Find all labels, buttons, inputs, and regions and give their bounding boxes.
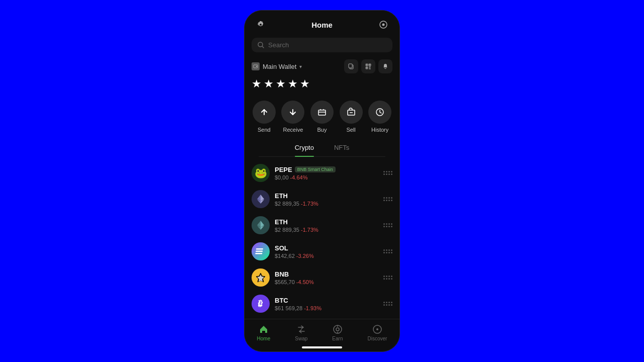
crypto-price: $565,70 (275, 279, 296, 285)
svg-point-40 (336, 328, 339, 331)
balance-masked: ★★★★★ (252, 77, 312, 90)
search-placeholder: Search (268, 41, 289, 49)
phone-frame: Home Search Main Wallet ▾ (244, 10, 400, 352)
more-dots[interactable] (383, 197, 392, 201)
crypto-price: $0,00 (275, 174, 290, 180)
buy-action[interactable]: Buy (310, 101, 334, 133)
crypto-symbol: SOL (275, 244, 288, 252)
search-icon (258, 42, 264, 48)
price-change: -4.64% (290, 174, 308, 180)
bell-button[interactable] (378, 59, 392, 73)
eth-avatar (252, 190, 270, 208)
price-change: -1.73% (301, 201, 318, 207)
list-item[interactable]: 🐸 PEPE BNB Smart Chain $0,00 -4.64% (245, 160, 399, 186)
sell-action[interactable]: Sell (340, 101, 363, 133)
receive-label: Receive (283, 127, 303, 133)
qr-button[interactable] (361, 59, 375, 73)
svg-point-44 (376, 328, 378, 330)
more-dots[interactable] (383, 302, 392, 306)
nav-home-label: Home (257, 336, 271, 341)
nav-earn-label: Earn (332, 336, 343, 341)
tab-nfts[interactable]: NFTs (334, 140, 349, 156)
price-change: -4.50% (296, 279, 314, 285)
crypto-info: ETH $2 889,35 -1.73% (275, 192, 378, 207)
wallet-left: Main Wallet ▾ (252, 62, 302, 70)
svg-rect-19 (318, 110, 326, 115)
svg-rect-35 (256, 251, 263, 252)
svg-rect-36 (255, 253, 262, 254)
svg-rect-12 (370, 65, 370, 65)
svg-rect-11 (367, 65, 367, 65)
price-change: -3.26% (296, 253, 314, 259)
history-icon-circle (368, 101, 391, 124)
wallet-name[interactable]: Main Wallet (263, 63, 296, 70)
svg-rect-34 (256, 248, 263, 250)
home-indicator (302, 346, 342, 348)
wallet-section: Main Wallet ▾ (245, 57, 399, 76)
crypto-info: SOL $142,62 -3.26% (275, 244, 378, 259)
tab-crypto[interactable]: Crypto (295, 140, 314, 156)
buy-label: Buy (317, 127, 327, 133)
tabs-row: Crypto NFTs (259, 140, 385, 157)
history-label: History (371, 127, 388, 133)
list-item[interactable]: BNB $565,70 -4.50% (245, 264, 399, 291)
svg-rect-5 (256, 66, 257, 67)
crypto-symbol: BTC (275, 297, 288, 304)
swap-icon (296, 324, 306, 334)
send-action[interactable]: Send (253, 101, 276, 133)
crypto-price: $2 889,35 (275, 201, 301, 207)
bnb-avatar (252, 268, 270, 287)
nav-swap-label: Swap (295, 336, 307, 341)
wallet-action-icons (344, 59, 392, 73)
nav-swap[interactable]: Swap (290, 323, 312, 342)
chain-badge: BNB Smart Chain (295, 166, 336, 172)
list-item[interactable]: ETH $2 889,35 -1.73% (245, 186, 399, 212)
buy-icon-circle (310, 101, 334, 124)
page-title: Home (311, 21, 333, 29)
crypto-info: ETH $2 889,35 -1.73% (275, 218, 378, 233)
settings-button[interactable] (254, 18, 268, 32)
svg-rect-13 (367, 68, 367, 68)
more-dots[interactable] (383, 171, 392, 175)
crypto-list: 🐸 PEPE BNB Smart Chain $0,00 -4.64% (245, 157, 399, 319)
crypto-symbol: ETH (275, 218, 288, 226)
nav-discover-label: Discover (368, 336, 387, 341)
crypto-info: BNB $565,70 -4.50% (275, 270, 378, 285)
crypto-price: $2 889,35 (275, 227, 301, 233)
bottom-nav: Home Swap Earn Discover (245, 319, 399, 344)
wallet-dropdown-arrow[interactable]: ▾ (299, 64, 302, 69)
history-action[interactable]: History (368, 101, 391, 133)
list-item[interactable]: SOL $142,62 -3.26% (245, 238, 399, 264)
wallet-icon (252, 62, 260, 70)
send-icon-circle (253, 101, 276, 124)
svg-line-3 (262, 46, 264, 48)
more-dots[interactable] (383, 223, 392, 227)
more-dots[interactable] (383, 276, 392, 280)
nav-discover[interactable]: Discover (363, 323, 392, 342)
list-item[interactable]: BTC $61 569,28 -1.93% (245, 291, 399, 317)
crypto-price: $142,62 (275, 253, 296, 259)
balance-row: ★★★★★ (245, 76, 399, 98)
discover-icon (372, 324, 382, 334)
pepe-avatar: 🐸 (252, 164, 270, 182)
home-icon (259, 324, 269, 334)
crypto-symbol: BNB (275, 270, 289, 278)
crypto-price: $61 569,28 (275, 305, 304, 311)
sell-label: Sell (346, 127, 355, 133)
price-change: -1.93% (304, 305, 321, 311)
search-bar[interactable]: Search (252, 38, 392, 52)
nav-earn[interactable]: Earn (327, 323, 348, 342)
btc-purple-avatar (252, 295, 270, 313)
nav-home[interactable]: Home (252, 323, 276, 342)
sol-avatar (252, 242, 270, 260)
crypto-info: PEPE BNB Smart Chain $0,00 -4.64% (275, 166, 378, 180)
crypto-info: BTC $61 569,28 -1.93% (275, 297, 378, 311)
quick-actions: Send Receive Buy (245, 98, 399, 140)
list-item[interactable]: ETH $2 889,35 -1.73% (245, 212, 399, 238)
header: Home (245, 11, 399, 36)
connect-button[interactable] (376, 18, 390, 32)
receive-action[interactable]: Receive (281, 101, 304, 133)
copy-button[interactable] (344, 59, 358, 73)
earn-icon (333, 324, 343, 334)
more-dots[interactable] (383, 249, 392, 253)
